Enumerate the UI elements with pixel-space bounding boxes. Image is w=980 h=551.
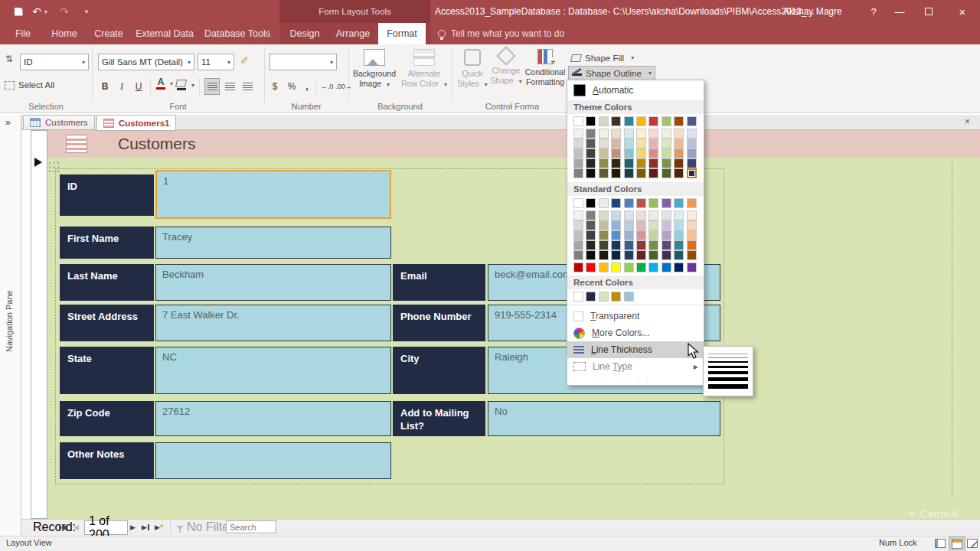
shape-outline-button[interactable]: Shape Outline▾ <box>568 66 655 80</box>
color-swatch[interactable] <box>648 210 658 220</box>
help-button[interactable]: ? <box>861 0 887 23</box>
record-position-box[interactable]: 1 of 200 <box>84 520 128 535</box>
color-swatch[interactable] <box>662 129 671 139</box>
color-swatch[interactable] <box>687 220 697 230</box>
font-size-combo[interactable]: 11▾ <box>198 54 234 70</box>
color-swatch[interactable] <box>599 139 609 148</box>
increase-decimals-icon[interactable]: ←.0 <box>318 78 335 95</box>
color-swatch[interactable] <box>586 250 596 260</box>
restore-button[interactable] <box>916 0 942 23</box>
color-swatch[interactable] <box>674 139 684 148</box>
field-label-mailing-list[interactable]: Add to Mailing List? <box>393 401 485 436</box>
redo-icon[interactable]: ↷ <box>57 0 72 23</box>
color-swatch[interactable] <box>624 168 634 178</box>
tab-design[interactable]: Design <box>285 23 325 44</box>
color-swatch[interactable] <box>624 250 634 260</box>
color-swatch[interactable] <box>573 230 583 240</box>
color-swatch[interactable] <box>611 116 621 126</box>
tab-format[interactable]: Format <box>378 23 426 44</box>
color-swatch[interactable] <box>648 262 658 272</box>
color-swatch[interactable] <box>662 230 671 240</box>
field-value-mailing-list[interactable]: No <box>488 401 720 436</box>
line-thickness-option[interactable] <box>708 366 748 368</box>
color-swatch[interactable] <box>662 262 671 272</box>
line-thickness-option[interactable] <box>708 377 748 381</box>
menu-resize-grip[interactable]: · · · · <box>567 375 704 383</box>
color-swatch[interactable] <box>687 139 697 148</box>
last-record-button[interactable]: ▶ <box>142 519 150 536</box>
design-view-button[interactable] <box>965 536 980 550</box>
color-swatch[interactable] <box>611 139 621 148</box>
color-swatch[interactable] <box>636 129 646 139</box>
color-swatch[interactable] <box>636 139 646 148</box>
field-label-last-name[interactable]: Last Name <box>60 264 154 301</box>
save-icon[interactable] <box>9 0 28 23</box>
color-swatch[interactable] <box>586 148 596 158</box>
previous-record-button[interactable]: ◀ <box>74 519 79 536</box>
color-swatch[interactable] <box>674 158 684 168</box>
shape-fill-button[interactable]: Shape Fill▾ <box>568 51 637 65</box>
menu-item-line-type[interactable]: Line Type ▶ <box>567 358 704 375</box>
first-record-button[interactable]: ◀ <box>58 519 67 536</box>
color-swatch[interactable] <box>586 139 596 148</box>
color-swatch[interactable] <box>599 262 609 272</box>
color-swatch[interactable] <box>611 292 621 302</box>
field-label-zip-code[interactable]: Zip Code <box>60 401 154 436</box>
color-swatch[interactable] <box>599 230 609 240</box>
color-swatch[interactable] <box>573 148 583 158</box>
background-image-button[interactable]: Background Image ▾ <box>351 49 398 90</box>
undo-icon[interactable]: ↶▾ <box>31 0 49 23</box>
record-selector-column[interactable] <box>31 130 47 519</box>
color-swatch[interactable] <box>636 250 646 260</box>
align-right-button[interactable] <box>240 78 255 95</box>
color-swatch[interactable] <box>611 250 621 260</box>
field-value-zip-code[interactable]: 27612 <box>155 401 391 436</box>
color-swatch[interactable] <box>687 262 697 272</box>
number-format-combo[interactable]: ▾ <box>270 54 337 70</box>
change-shape-button[interactable]: Change Shape ▾ <box>490 49 522 86</box>
color-swatch[interactable] <box>636 220 646 230</box>
field-label-street-address[interactable]: Street Address <box>60 305 154 341</box>
color-swatch[interactable] <box>687 116 697 126</box>
color-swatch[interactable] <box>687 240 697 250</box>
color-swatch[interactable] <box>662 210 671 220</box>
field-value-other-notes[interactable] <box>155 442 391 479</box>
field-value-last-name[interactable]: Beckham <box>155 264 391 301</box>
color-swatch[interactable] <box>611 262 621 272</box>
color-swatch[interactable] <box>624 240 634 250</box>
color-swatch[interactable] <box>586 292 596 302</box>
color-swatch[interactable] <box>599 148 609 158</box>
line-thickness-option[interactable] <box>708 357 748 358</box>
color-swatch[interactable] <box>648 158 658 168</box>
color-swatch[interactable] <box>687 250 697 260</box>
color-swatch[interactable] <box>624 148 634 158</box>
color-swatch[interactable] <box>573 129 583 139</box>
close-object-icon[interactable]: × <box>965 116 970 127</box>
color-swatch[interactable] <box>674 262 684 272</box>
color-swatch[interactable] <box>611 220 621 230</box>
font-name-combo[interactable]: Gill Sans MT (Detail)▾ <box>98 54 194 70</box>
color-swatch[interactable] <box>611 240 621 250</box>
color-swatch[interactable] <box>648 129 658 139</box>
color-swatch[interactable] <box>624 158 634 168</box>
color-swatch[interactable] <box>662 250 671 260</box>
menu-item-transparent[interactable]: Transparent <box>567 308 704 324</box>
select-all-button[interactable]: Select All <box>5 80 54 90</box>
field-value-id[interactable]: 1 <box>155 170 391 219</box>
align-center-button[interactable] <box>222 78 237 95</box>
line-thickness-option[interactable] <box>708 384 748 389</box>
color-swatch[interactable] <box>687 210 697 220</box>
color-swatch[interactable] <box>624 210 634 220</box>
color-swatch[interactable] <box>573 158 583 168</box>
conditional-formatting-button[interactable]: ≠ Conditional Formatting <box>524 49 567 87</box>
color-swatch[interactable] <box>662 158 671 168</box>
field-value-state[interactable]: NC <box>155 347 391 394</box>
color-swatch[interactable] <box>599 198 609 208</box>
color-swatch[interactable] <box>599 158 609 168</box>
color-swatch[interactable] <box>674 210 684 220</box>
color-swatch[interactable] <box>624 198 634 208</box>
color-swatch[interactable] <box>662 168 671 178</box>
currency-button[interactable]: $ <box>268 78 282 95</box>
color-swatch[interactable] <box>586 230 596 240</box>
color-swatch[interactable] <box>611 210 621 220</box>
